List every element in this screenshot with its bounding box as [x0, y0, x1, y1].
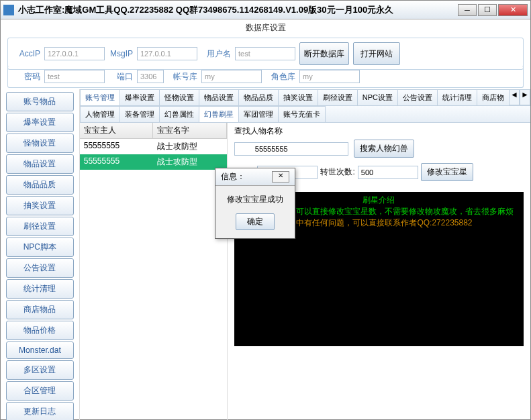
sidebar-item[interactable]: 账号物品 — [6, 92, 74, 111]
close-button[interactable]: ✕ — [498, 4, 528, 16]
pet-table: 宝宝主人 宝宝名字 55555555战士攻防型55555555战士攻防型 — [80, 123, 228, 420]
tab-scroll-button[interactable]: ► — [520, 89, 530, 105]
dialog-title: 信息： — [221, 171, 245, 182]
tab-scroll-button[interactable]: ◄ — [509, 89, 520, 105]
sidebar: 账号物品爆率设置怪物设置物品设置物品品质抽奖设置刷径设置NPC脚本公告设置统计清… — [1, 89, 79, 420]
sidebar-item[interactable]: 物品价格 — [6, 321, 74, 340]
roledb-input[interactable] — [299, 70, 360, 83]
tab-sub[interactable]: 幻兽属性 — [159, 106, 199, 122]
th-owner: 宝宝主人 — [80, 123, 154, 138]
sidebar-item[interactable]: Monster.dat — [6, 342, 74, 359]
db-form: AccIP MsgIP 用户名 断开数据库 打开网站 — [7, 38, 524, 70]
pwd-label: 密码 — [16, 71, 40, 83]
user-input[interactable] — [235, 47, 295, 60]
sidebar-item[interactable]: 更新日志 — [6, 402, 74, 420]
msgip-input[interactable] — [137, 47, 197, 60]
th-name: 宝宝名字 — [153, 123, 227, 138]
port-input[interactable] — [137, 70, 164, 83]
accip-input[interactable] — [44, 47, 105, 60]
dialog-close-button[interactable]: ✕ — [272, 171, 289, 182]
tab-sub[interactable]: 人物管理 — [80, 106, 120, 122]
window-title: 小志工作室:魔域GM工具QQ.272235882 QQ群73498675.114… — [18, 4, 458, 16]
user-label: 用户名 — [201, 48, 231, 60]
tab-main[interactable]: 账号管理 — [80, 89, 120, 105]
cell-name: 战士攻防型 — [153, 139, 227, 154]
sidebar-item[interactable]: 合区管理 — [6, 381, 74, 401]
tab-main[interactable]: 公告设置 — [397, 89, 438, 105]
tab-main[interactable]: 统计清理 — [437, 89, 477, 105]
accdb-label: 帐号库 — [168, 71, 197, 83]
pwd-input[interactable] — [44, 70, 105, 83]
sidebar-item[interactable]: 公告设置 — [6, 258, 74, 278]
disconnect-button[interactable]: 断开数据库 — [299, 42, 349, 65]
sidebar-item[interactable]: 统计清理 — [6, 279, 74, 299]
port-label: 端口 — [109, 71, 133, 83]
dialog-message: 修改宝宝星成功 — [224, 194, 287, 205]
tab-main[interactable]: 爆率设置 — [119, 89, 160, 105]
sidebar-item[interactable]: 爆率设置 — [6, 113, 74, 132]
minimize-button[interactable]: ─ — [458, 4, 477, 16]
tab-main[interactable]: 商店物 — [477, 89, 510, 105]
cell-owner: 55555555 — [80, 154, 154, 170]
search-input[interactable] — [234, 142, 348, 156]
rebirth-input[interactable] — [358, 166, 418, 179]
msgip-label: MsgIP — [109, 49, 133, 58]
tab-sub[interactable]: 军团管理 — [238, 106, 279, 122]
sidebar-item[interactable]: NPC脚本 — [6, 238, 74, 257]
modify-star-button[interactable]: 修改宝宝星 — [421, 163, 473, 181]
db-form-row2: 密码 端口 帐号库 角色库 — [7, 66, 524, 88]
accip-label: AccIP — [16, 49, 40, 58]
sidebar-item[interactable]: 物品设置 — [6, 154, 74, 174]
sidebar-item[interactable]: 物品品质 — [6, 175, 74, 195]
sidebar-item[interactable]: 多区设置 — [6, 360, 74, 380]
tab-main[interactable]: NPC设置 — [357, 89, 398, 105]
titlebar: 小志工作室:魔域GM工具QQ.272235882 QQ群73498675.114… — [1, 1, 530, 19]
sidebar-item[interactable]: 抽奖设置 — [6, 196, 74, 215]
info-dialog: 信息： ✕ 修改宝宝星成功 确定 — [215, 168, 295, 239]
maximize-button[interactable]: ☐ — [478, 4, 497, 16]
table-row[interactable]: 55555555战士攻防型 — [80, 154, 227, 170]
tab-main[interactable]: 物品设置 — [199, 89, 239, 105]
tab-sub[interactable]: 装备管理 — [119, 106, 160, 122]
frame-title: 数据库设置 — [1, 19, 530, 36]
table-row[interactable]: 55555555战士攻防型 — [80, 139, 227, 154]
cell-owner: 55555555 — [80, 139, 154, 154]
sidebar-item[interactable]: 怪物设置 — [6, 134, 74, 153]
tab-main[interactable]: 怪物设置 — [159, 89, 199, 105]
rebirth-label: 转世次数: — [320, 166, 354, 178]
open-site-button[interactable]: 打开网站 — [353, 42, 400, 65]
search-label: 查找人物名称 — [234, 125, 524, 137]
tab-main[interactable]: 物品品质 — [238, 89, 279, 105]
tab-main[interactable]: 刷径设置 — [318, 89, 358, 105]
dialog-ok-button[interactable]: 确定 — [236, 213, 275, 230]
tabrow-sub: 人物管理装备管理幻兽属性幻兽刷星军团管理账号充值卡 — [80, 106, 530, 123]
tab-sub[interactable]: 幻兽刷星 — [199, 106, 239, 122]
tab-main[interactable]: 抽奖设置 — [278, 89, 318, 105]
sidebar-item[interactable]: 商店物品 — [6, 300, 74, 319]
sidebar-item[interactable]: 刷径设置 — [6, 217, 74, 236]
app-icon — [3, 5, 14, 15]
search-button[interactable]: 搜索人物幻兽 — [354, 140, 414, 158]
tabrow-main: 账号管理爆率设置怪物设置物品设置物品品质抽奖设置刷径设置NPC设置公告设置统计清… — [80, 89, 530, 106]
accdb-input[interactable] — [201, 70, 262, 83]
tab-sub[interactable]: 账号充值卡 — [278, 106, 326, 122]
roledb-label: 角色库 — [266, 71, 295, 83]
